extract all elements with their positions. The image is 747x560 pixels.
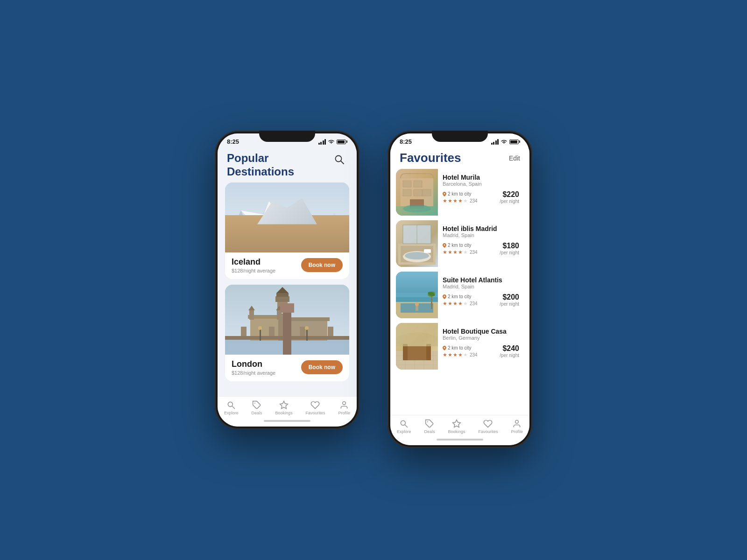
hotel-card-madrid[interactable]: Hotel iblis Madrid Madrid, Spain 2 km to… xyxy=(396,220,524,267)
wifi-icon-2 xyxy=(500,139,507,145)
london-info: London $128/night average Book now xyxy=(225,355,349,381)
svg-rect-52 xyxy=(414,189,422,196)
svg-rect-33 xyxy=(225,336,349,340)
tag-nav-icon-2 xyxy=(425,419,434,428)
svg-rect-34 xyxy=(241,327,247,336)
hotel-details-atlantis: Suite Hotel Atlantis Madrid, Spain 2 km … xyxy=(438,272,524,318)
deals-label-2: Deals xyxy=(424,429,435,434)
hotel-image-atlantis xyxy=(396,272,438,318)
iceland-image xyxy=(225,182,349,252)
svg-rect-2 xyxy=(225,182,349,252)
svg-rect-32 xyxy=(288,317,330,321)
wifi-icon xyxy=(328,139,335,145)
svg-point-73 xyxy=(415,302,419,306)
svg-rect-35 xyxy=(269,327,275,336)
svg-rect-89 xyxy=(403,344,408,360)
nav-bookings-1[interactable]: Bookings xyxy=(275,400,292,415)
distance-madrid: 2 km to city xyxy=(443,243,478,248)
nav-deals-2[interactable]: Deals xyxy=(424,419,435,434)
nav-explore-2[interactable]: Explore xyxy=(397,419,411,434)
london-book-button[interactable]: Book now xyxy=(301,360,343,374)
hotel-price-murila: $220 /per night xyxy=(500,190,519,204)
phone-favourites: 8:25 xyxy=(388,131,532,448)
london-image xyxy=(225,285,349,355)
svg-marker-45 xyxy=(280,401,288,409)
hotel-price-madrid: $180 /per night xyxy=(500,242,519,255)
nav-explore-1[interactable]: Explore xyxy=(224,400,239,415)
svg-rect-21 xyxy=(275,296,289,302)
svg-point-57 xyxy=(444,193,445,194)
bookings-label-2: Bookings xyxy=(448,429,465,434)
svg-rect-11 xyxy=(278,227,284,231)
svg-rect-74 xyxy=(416,306,418,311)
stars-atlantis: ★ ★ ★ ★ ★ 234 xyxy=(443,301,478,307)
svg-rect-13 xyxy=(295,229,313,247)
stars-murila: ★ ★ ★ ★ ★ 234 xyxy=(443,198,478,204)
svg-rect-17 xyxy=(225,247,349,252)
nav-deals-1[interactable]: Deals xyxy=(251,400,262,415)
hotel-price-boutique: $240 /per night xyxy=(500,344,519,358)
nav-bookings-2[interactable]: Bookings xyxy=(448,419,465,434)
edit-button[interactable]: Edit xyxy=(509,154,520,162)
svg-rect-51 xyxy=(403,189,411,196)
search-nav-icon xyxy=(226,400,236,410)
svg-point-92 xyxy=(444,347,445,348)
svg-rect-88 xyxy=(405,346,429,360)
battery-icon-2 xyxy=(509,140,520,144)
person-nav-icon xyxy=(339,400,349,410)
hotel-meta-murila: 2 km to city ★ ★ ★ ★ ★ 234 xyxy=(443,190,519,204)
stars-boutique: ★ ★ ★ ★ ★ 234 xyxy=(443,352,478,358)
hotel-price-atlantis: $200 /per night xyxy=(500,293,519,307)
svg-marker-9 xyxy=(262,213,290,224)
screen-favourites: Favourites Edit xyxy=(390,147,529,415)
hotel-card-boutique[interactable]: Hotel Boutique Casa Berlin, Germany 2 km… xyxy=(396,323,524,370)
nav-favourites-2[interactable]: Favourites xyxy=(478,419,498,434)
iceland-info: Iceland $128/night average Book now xyxy=(225,252,349,279)
notch xyxy=(259,131,315,142)
svg-marker-3 xyxy=(225,210,260,252)
london-name: London xyxy=(232,359,275,369)
svg-rect-27 xyxy=(249,310,254,320)
svg-rect-40 xyxy=(306,329,308,341)
distance-murila: 2 km to city xyxy=(443,191,478,196)
nav-profile-1[interactable]: Profile xyxy=(338,400,350,415)
stars-madrid: ★ ★ ★ ★ ★ 234 xyxy=(443,249,478,255)
location-icon-3 xyxy=(443,294,446,299)
bottom-nav-2: Explore Deals Bookings Favourites xyxy=(390,415,529,436)
popular-header: Popular Destinations xyxy=(218,147,357,182)
page-title-popular: Popular Destinations xyxy=(227,152,294,179)
svg-point-42 xyxy=(228,402,233,406)
hotel-location-atlantis: Madrid, Spain xyxy=(443,284,519,289)
status-icons-1 xyxy=(318,139,348,145)
favourites-header: Favourites Edit xyxy=(390,147,529,169)
svg-point-93 xyxy=(401,420,406,425)
svg-point-67 xyxy=(444,244,445,245)
destination-card-iceland: Iceland $128/night average Book now xyxy=(225,182,349,279)
svg-point-16 xyxy=(225,245,349,252)
search-button[interactable] xyxy=(331,152,347,168)
svg-rect-29 xyxy=(277,310,282,320)
hotel-details-madrid: Hotel iblis Madrid Madrid, Spain 2 km to… xyxy=(438,220,524,267)
phone-popular-destinations: 8:25 xyxy=(215,131,359,429)
svg-marker-12 xyxy=(262,213,290,224)
svg-rect-38 xyxy=(260,329,261,341)
profile-label-2: Profile xyxy=(511,429,523,434)
iceland-book-button[interactable]: Book now xyxy=(301,258,343,272)
heart-nav-icon xyxy=(310,400,320,410)
location-icon-4 xyxy=(443,346,446,350)
hotel-location-murila: Barcelona, Spain xyxy=(443,181,519,187)
hotel-name-boutique: Hotel Boutique Casa xyxy=(443,328,519,335)
favourites-label-1: Favourites xyxy=(305,411,325,415)
svg-rect-36 xyxy=(300,327,305,336)
hotel-name-murila: Hotel Murila xyxy=(443,174,519,181)
hotel-card-murila[interactable]: Hotel Murila Barcelona, Spain 2 km to ci… xyxy=(396,169,524,216)
distance-atlantis: 2 km to city xyxy=(443,294,478,299)
hotel-card-atlantis[interactable]: Suite Hotel Atlantis Madrid, Spain 2 km … xyxy=(396,272,524,318)
svg-point-97 xyxy=(515,420,519,424)
hotel-meta-atlantis: 2 km to city ★ ★ ★ ★ ★ 234 xyxy=(443,293,519,307)
status-time-2: 8:25 xyxy=(400,138,412,145)
status-time-1: 8:25 xyxy=(227,138,239,145)
nav-profile-2[interactable]: Profile xyxy=(511,419,523,434)
hotel-image-murila xyxy=(396,169,438,216)
nav-favourites-1[interactable]: Favourites xyxy=(305,400,325,415)
